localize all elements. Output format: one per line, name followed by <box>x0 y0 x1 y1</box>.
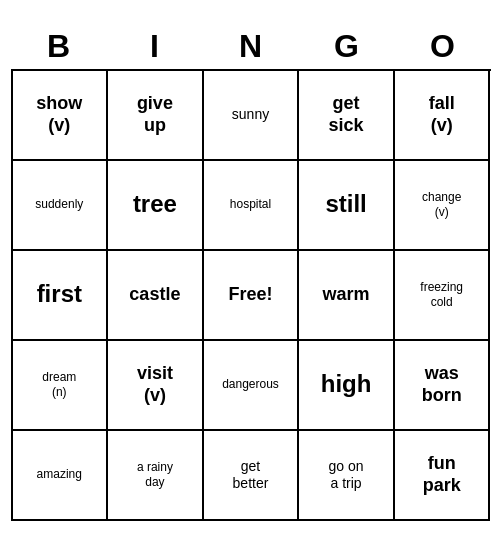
cell-r0-c1: give up <box>108 71 204 161</box>
cell-text: visit (v) <box>137 363 173 406</box>
cell-r4-c3: go on a trip <box>299 431 395 521</box>
cell-text: sunny <box>232 106 269 123</box>
header-letter: N <box>203 24 299 69</box>
cell-r0-c3: get sick <box>299 71 395 161</box>
cell-text: tree <box>133 190 177 219</box>
cell-text: dangerous <box>222 377 279 391</box>
cell-r3-c2: dangerous <box>204 341 300 431</box>
cell-r2-c4: freezing cold <box>395 251 491 341</box>
cell-r3-c0: dream (n) <box>13 341 109 431</box>
bingo-grid: show (v)give upsunnyget sickfall (v)sudd… <box>11 69 491 521</box>
cell-text: change (v) <box>422 190 461 219</box>
header-letter: G <box>299 24 395 69</box>
cell-r2-c3: warm <box>299 251 395 341</box>
cell-text: fun park <box>423 453 461 496</box>
cell-text: suddenly <box>35 197 83 211</box>
cell-r4-c0: amazing <box>13 431 109 521</box>
header-letter: B <box>11 24 107 69</box>
cell-r0-c4: fall (v) <box>395 71 491 161</box>
cell-r4-c1: a rainy day <box>108 431 204 521</box>
cell-r3-c4: was born <box>395 341 491 431</box>
cell-r4-c2: get better <box>204 431 300 521</box>
cell-text: get sick <box>329 93 364 136</box>
cell-text: go on a trip <box>329 458 364 492</box>
cell-r1-c2: hospital <box>204 161 300 251</box>
cell-r2-c2: Free! <box>204 251 300 341</box>
cell-text: a rainy day <box>137 460 173 489</box>
cell-text: high <box>321 370 372 399</box>
cell-r1-c3: still <box>299 161 395 251</box>
cell-text: warm <box>323 284 370 306</box>
cell-text: still <box>325 190 366 219</box>
cell-text: dream (n) <box>42 370 76 399</box>
cell-text: castle <box>129 284 180 306</box>
cell-r1-c4: change (v) <box>395 161 491 251</box>
header-letter: I <box>107 24 203 69</box>
bingo-card: BINGO show (v)give upsunnyget sickfall (… <box>11 24 491 521</box>
header-letter: O <box>395 24 491 69</box>
cell-r0-c0: show (v) <box>13 71 109 161</box>
cell-text: get better <box>233 458 269 492</box>
cell-text: Free! <box>228 284 272 306</box>
cell-r1-c1: tree <box>108 161 204 251</box>
cell-text: freezing cold <box>420 280 463 309</box>
cell-r3-c3: high <box>299 341 395 431</box>
cell-text: give up <box>137 93 173 136</box>
cell-text: hospital <box>230 197 271 211</box>
bingo-header: BINGO <box>11 24 491 69</box>
cell-r2-c1: castle <box>108 251 204 341</box>
cell-r1-c0: suddenly <box>13 161 109 251</box>
cell-text: amazing <box>37 467 82 481</box>
cell-r4-c4: fun park <box>395 431 491 521</box>
cell-text: was born <box>422 363 462 406</box>
cell-r0-c2: sunny <box>204 71 300 161</box>
cell-r3-c1: visit (v) <box>108 341 204 431</box>
cell-text: show (v) <box>36 93 82 136</box>
cell-r2-c0: first <box>13 251 109 341</box>
cell-text: first <box>37 280 82 309</box>
cell-text: fall (v) <box>429 93 455 136</box>
